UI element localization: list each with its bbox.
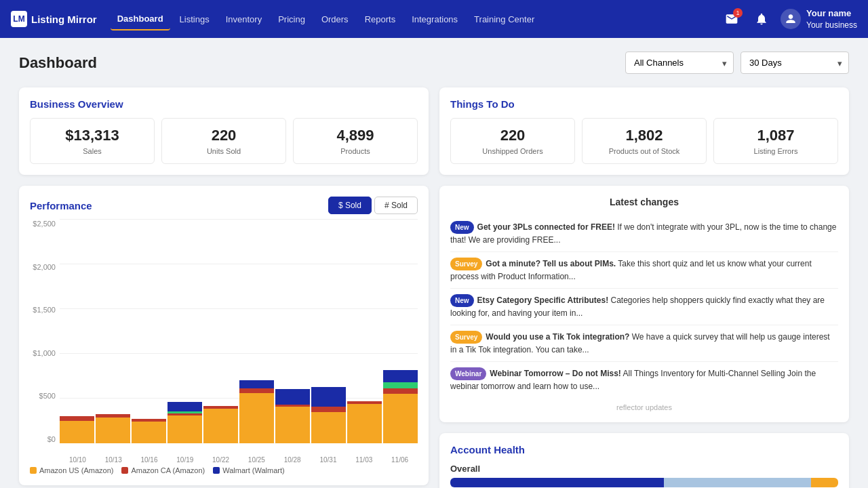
things-to-do-metrics: 220 Unshipped Orders 1,802 Products out … [450,118,838,164]
bell-button[interactable] [751,8,772,30]
units-sold-metric: 220 Units Sold [161,118,286,164]
change-item[interactable]: NewEtsy Category Specific Attributes! Ca… [450,289,838,325]
x-label: 10/28 [284,456,301,464]
chart-x-labels: 10/1010/1310/1610/1910/2210/2510/2810/31… [60,456,418,464]
app-logo[interactable]: LM Listing Mirror [11,11,97,27]
bar-group [275,389,310,443]
user-info: Your name Your business [806,7,857,31]
bar-group [167,402,202,443]
bar-segment [167,415,202,443]
bar-group [203,406,238,443]
nav-inventory[interactable]: Inventory [219,9,269,30]
bar-segment [239,393,274,443]
change-tag: Survey [450,258,482,270]
app-name: Listing Mirror [31,14,97,25]
nav-listings[interactable]: Listings [173,9,216,30]
y-label-500: $500 [30,392,56,400]
x-label: 10/19 [176,456,193,464]
bar-segment [383,370,418,382]
days-filter-wrapper: 30 Days [741,52,849,74]
dashboard-grid: Business Overview $13,313 Sales 220 Unit… [19,87,849,488]
bar-segment [311,387,346,407]
legend-walmart-label: Walmart (Walmart) [222,466,284,474]
sales-value: $13,313 [37,127,147,144]
nav-orders[interactable]: Orders [315,9,355,30]
bar-segment [60,416,94,421]
channel-filter-wrapper: All Channels [625,52,734,74]
bar-segment [383,382,418,388]
legend-walmart-dot [213,467,220,474]
bar-group [347,401,382,443]
bar-segment [203,409,238,443]
bar-segment [96,418,130,443]
nav-training[interactable]: Training Center [467,9,541,30]
y-label-0: $0 [30,435,56,443]
logo-icon: LM [11,11,27,27]
change-tag: New [450,221,474,234]
health-overall-bar [450,478,838,487]
bar-segment [275,407,310,443]
nav-pricing[interactable]: Pricing [271,9,312,30]
account-health-title: Account Health [450,444,838,455]
change-item[interactable]: SurveyGot a minute? Tell us about PIMs. … [450,252,838,289]
user-menu[interactable]: Your name Your business [781,7,857,31]
latest-changes-card: Latest changes NewGet your 3PLs connecte… [439,186,849,422]
business-overview-title: Business Overview [30,98,418,110]
y-label-2000: $2,000 [30,263,56,271]
bar-segment [275,389,310,404]
days-filter[interactable]: 30 Days [741,52,849,74]
units-sold-value: 220 [169,127,279,144]
navbar: LM Listing Mirror Dashboard Listings Inv… [0,0,868,38]
x-label: 10/22 [212,456,229,464]
latest-changes-title: Latest changes [450,197,838,207]
bar-segment [132,422,166,443]
legend-amazon-ca-label: Amazon CA (Amazon) [131,466,205,474]
notifications-button[interactable]: 1 [721,8,743,30]
listing-errors-metric[interactable]: 1,087 Listing Errors [713,118,838,164]
channel-filter[interactable]: All Channels [625,52,734,74]
unshipped-orders-label: Unshipped Orders [458,147,568,155]
bar-segment [167,402,202,411]
listing-errors-label: Listing Errors [721,147,831,155]
nav-reports[interactable]: Reports [358,9,403,30]
x-label: 10/16 [140,456,157,464]
unshipped-orders-metric[interactable]: 220 Unshipped Orders [450,118,575,164]
out-of-stock-metric[interactable]: 1,802 Products out of Stock [582,118,707,164]
products-label: Products [300,147,410,155]
nav-integrations[interactable]: Integrations [405,9,465,30]
products-value: 4,899 [300,127,410,144]
avatar [781,9,801,29]
change-tag: New [450,294,474,307]
out-of-stock-label: Products out of Stock [589,147,699,155]
bar-group [132,419,166,443]
notification-badge: 1 [733,8,743,18]
sales-metric: $13,313 Sales [30,118,155,164]
unshipped-orders-value: 220 [458,127,568,144]
sold-dollar-button[interactable]: $ Sold [328,197,372,214]
things-to-do-title: Things To Do [450,98,838,110]
change-item[interactable]: NewGet your 3PLs connected for FREE! If … [450,216,838,252]
user-name: Your name [806,7,857,20]
change-item[interactable]: WebinarWebinar Tomorrow – Do not Miss! A… [450,362,838,398]
x-label: 10/13 [105,456,122,464]
bar-group [96,414,130,443]
performance-card: Performance $ Sold # Sold $2,500 $2,000 … [19,186,429,485]
bar-segment [383,394,418,443]
errors-segment [811,478,838,487]
y-label-1000: $1,000 [30,349,56,357]
nav-dashboard[interactable]: Dashboard [111,8,170,30]
sold-units-button[interactable]: # Sold [374,197,418,214]
header-filters: All Channels 30 Days [625,52,849,74]
y-label-1500: $1,500 [30,306,56,314]
x-label: 10/25 [248,456,265,464]
legend-walmart: Walmart (Walmart) [213,466,284,474]
performance-header: Performance $ Sold # Sold [30,197,418,214]
account-health-card: Account Health Overall Healthy Unpublish… [439,433,849,488]
legend-amazon-us-label: Amazon US (Amazon) [39,466,113,474]
reflector-link[interactable]: reflector updates [450,403,838,411]
change-tag: Webinar [450,367,486,380]
change-item[interactable]: SurveyWould you use a Tik Tok integratio… [450,325,838,362]
left-column: Business Overview $13,313 Sales 220 Unit… [19,87,429,488]
legend-amazon-us: Amazon US (Amazon) [30,466,113,474]
bar-segment [239,388,274,393]
